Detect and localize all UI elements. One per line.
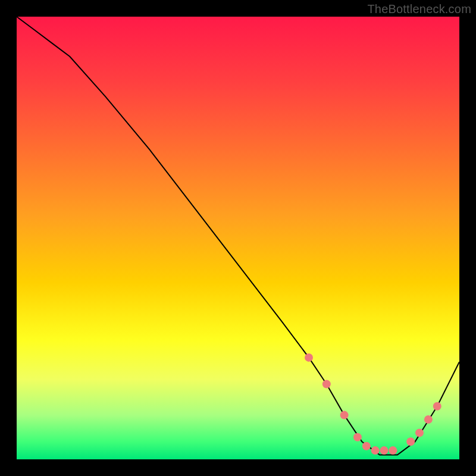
curve-marker: [322, 380, 331, 389]
curve-marker: [380, 446, 389, 455]
curve-marker: [389, 446, 397, 455]
curve-marker: [305, 353, 313, 362]
curve-marker: [340, 411, 349, 419]
watermark-label: TheBottleneck.com: [367, 2, 471, 16]
curve-marker: [433, 402, 441, 411]
chart-frame: TheBottleneck.com: [0, 0, 476, 476]
plot-area: [17, 17, 459, 459]
bottleneck-chart: [0, 0, 476, 476]
curve-marker: [415, 428, 424, 437]
curve-marker: [362, 442, 371, 450]
curve-marker: [371, 446, 380, 455]
curve-marker: [406, 437, 415, 446]
curve-marker: [424, 415, 433, 424]
curve-marker: [353, 433, 362, 441]
